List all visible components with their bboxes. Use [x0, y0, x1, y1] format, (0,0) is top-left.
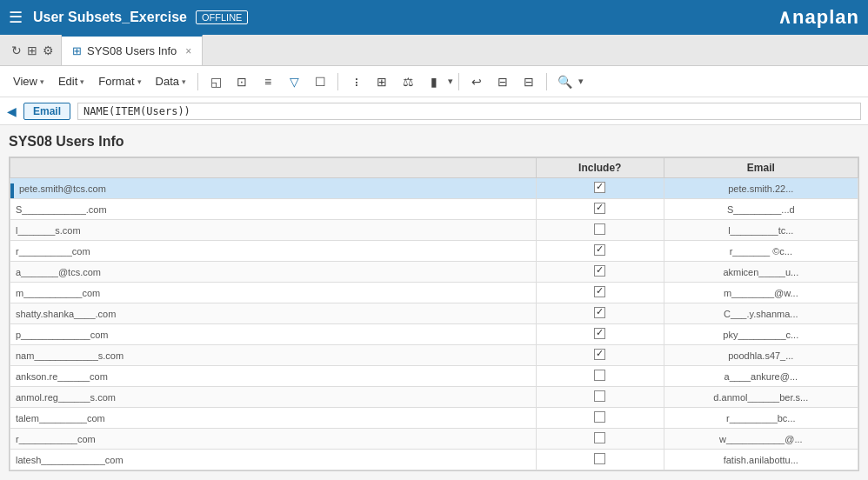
checkbox-icon[interactable] — [594, 223, 605, 235]
data-button[interactable]: Data ▾ — [150, 72, 192, 90]
checkbox-icon[interactable] — [594, 286, 605, 297]
row-label-cell: nam____________s.com — [10, 345, 537, 366]
email-value-cell: l_________tc... — [664, 220, 858, 241]
tab-sys08-users-info[interactable]: ⊞ SYS08 Users Info × — [62, 35, 203, 65]
toolbar-separator-2 — [337, 73, 338, 90]
include-checkbox-cell[interactable] — [536, 283, 664, 303]
checkbox-icon[interactable] — [594, 432, 605, 443]
data-chevron: ▾ — [182, 77, 186, 86]
header-bar: ☰ User Subsets_Exercise OFFLINE ∧naplan — [0, 0, 868, 35]
toolbar-separator-4 — [546, 73, 547, 90]
include-checkbox-cell[interactable] — [536, 199, 664, 220]
email-value-cell: pky_________c... — [664, 324, 858, 345]
toolbar-separator-1 — [197, 73, 198, 90]
page-content: SYS08 Users Info Include? Email pete.smi… — [0, 125, 868, 480]
checkbox-icon[interactable] — [594, 203, 605, 214]
checkbox-icon[interactable] — [594, 390, 605, 402]
chart-bars-button[interactable]: ⫶ — [344, 70, 368, 94]
include-checkbox-cell[interactable] — [536, 345, 664, 366]
table-row: l_______s.coml_________tc... — [10, 220, 858, 241]
search-button[interactable]: 🔍 — [552, 70, 577, 94]
checkbox-icon[interactable] — [594, 453, 605, 464]
row-selected-indicator — [10, 183, 14, 199]
email-value-cell: S_________...d — [664, 199, 858, 220]
row-label-cell: anmol.reg______s.com — [10, 387, 537, 408]
email-value-cell: m________@w... — [664, 283, 858, 303]
formula-toggle-button[interactable]: ◀ — [7, 104, 17, 118]
hamburger-icon[interactable]: ☰ — [9, 8, 23, 27]
table-row: S____________.comS_________...d — [10, 199, 858, 220]
checkbox-icon[interactable] — [594, 265, 605, 277]
edit-chevron: ▾ — [80, 77, 84, 86]
checkbox-icon[interactable] — [594, 370, 605, 381]
table-button[interactable]: ⊞ — [370, 70, 394, 94]
search-chevron[interactable]: ▾ — [578, 76, 584, 87]
tab-label: SYS08 Users Info — [87, 44, 177, 57]
toolbar: View ▾ Edit ▾ Format ▾ Data ▾ ◱ ⊡ ≡ ▽ ☐ … — [0, 66, 868, 97]
checkbox-icon[interactable] — [594, 411, 605, 423]
checkbox-icon[interactable] — [594, 244, 605, 256]
filter-button[interactable]: ▽ — [282, 70, 306, 94]
view-chevron: ▾ — [40, 77, 44, 86]
checkbox-icon[interactable] — [594, 182, 605, 193]
checkbox-icon[interactable] — [594, 307, 605, 318]
include-checkbox-cell[interactable] — [536, 387, 664, 408]
grid-view-button[interactable]: ☐ — [308, 70, 332, 94]
split-button[interactable]: ⊟ — [517, 70, 541, 94]
include-checkbox-cell[interactable] — [536, 178, 664, 199]
checkbox-icon[interactable] — [594, 328, 605, 339]
filter-rows-button[interactable]: ≡ — [256, 70, 280, 94]
format-button[interactable]: Format ▾ — [92, 72, 147, 90]
include-checkbox-cell[interactable] — [536, 450, 664, 470]
formula-input[interactable] — [77, 103, 861, 120]
table-row: ankson.re______coma____ankure@... — [10, 366, 858, 387]
format-chevron: ▾ — [137, 77, 142, 86]
email-value-cell: poodhla.s47_... — [664, 345, 858, 366]
view-button[interactable]: View ▾ — [7, 72, 50, 90]
include-checkbox-cell[interactable] — [536, 262, 664, 283]
row-label-cell: m___________com — [10, 283, 537, 303]
include-checkbox-cell[interactable] — [536, 366, 664, 387]
balance-button[interactable]: ⚖ — [396, 70, 420, 94]
table-row: r___________comw___________@... — [10, 429, 858, 450]
row-label-cell: talem_________com — [10, 408, 537, 429]
toolbar-separator-3 — [458, 73, 459, 90]
undo-button[interactable]: ↩ — [464, 70, 489, 94]
email-value-cell: d.anmol______ber.s... — [664, 387, 858, 408]
include-checkbox-cell[interactable] — [536, 241, 664, 262]
include-checkbox-cell[interactable] — [536, 220, 664, 241]
row-label-cell: a_______@tcs.com — [10, 262, 537, 283]
checkbox-icon[interactable] — [594, 349, 605, 360]
bar-chart-button[interactable]: ▮ — [422, 70, 446, 94]
edit-button[interactable]: Edit ▾ — [52, 72, 90, 90]
include-checkbox-cell[interactable] — [536, 324, 664, 345]
table-row: nam____________s.compoodhla.s47_... — [10, 345, 858, 366]
app-title: User Subsets_Exercise — [33, 10, 187, 25]
include-checkbox-cell[interactable] — [536, 429, 664, 450]
tab-close-button[interactable]: × — [185, 45, 191, 57]
email-value-cell: w___________@... — [664, 429, 858, 450]
chart-chevron[interactable]: ▾ — [448, 76, 453, 87]
row-label-cell: r__________com — [10, 241, 537, 262]
frame-tool-button[interactable]: ⊡ — [230, 70, 254, 94]
row-label-cell: shatty.shanka____.com — [10, 303, 537, 324]
cursor-tool-button[interactable]: ◱ — [204, 70, 228, 94]
include-checkbox-cell[interactable] — [536, 408, 664, 429]
data-table-container: Include? Email pete.smith@tcs.compete.sm… — [9, 157, 859, 471]
pages-button[interactable]: ⊟ — [491, 70, 515, 94]
settings-icon[interactable]: ⚙ — [43, 43, 54, 57]
email-value-cell: C___.y.shanma... — [664, 303, 858, 324]
field-label[interactable]: Email — [23, 103, 70, 120]
tab-grid-icon: ⊞ — [72, 44, 82, 57]
grid-icon[interactable]: ⊞ — [27, 43, 37, 57]
refresh-icon[interactable]: ↻ — [11, 43, 22, 57]
include-checkbox-cell[interactable] — [536, 303, 664, 324]
row-label-cell: ankson.re______com — [10, 366, 537, 387]
tab-left-icons: ↻ ⊞ ⚙ — [4, 35, 62, 65]
row-label-cell: pete.smith@tcs.com — [10, 178, 537, 199]
table-row: latesh____________comfatish.anilabottu..… — [10, 450, 858, 470]
row-header-col — [10, 158, 537, 178]
tab-bar: ↻ ⊞ ⚙ ⊞ SYS08 Users Info × — [0, 35, 868, 66]
anaplan-logo: ∧naplan — [778, 6, 859, 29]
email-value-cell: a____ankure@... — [664, 366, 858, 387]
